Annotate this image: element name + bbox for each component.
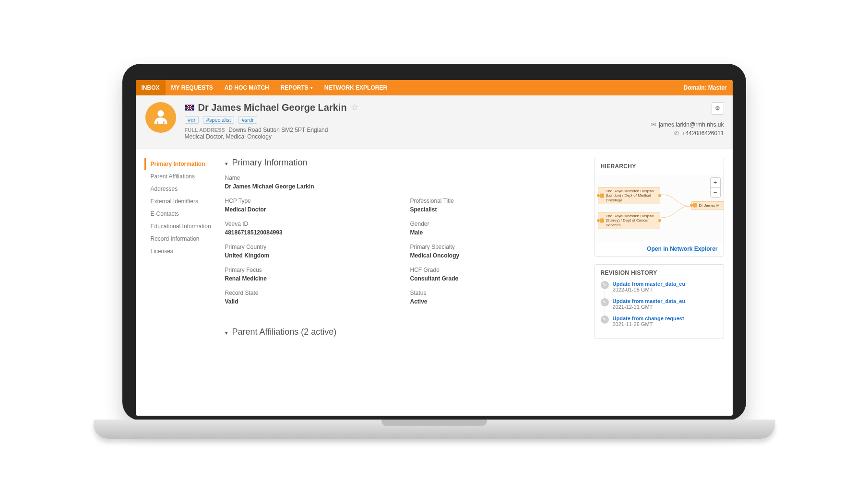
value-status: Active <box>410 298 586 305</box>
label-status: Status <box>410 290 586 296</box>
label-primary-specialty: Primary Specialty <box>410 244 586 250</box>
value-hcp-type: Medical Doctor <box>225 206 401 213</box>
section-primary-title[interactable]: ▾ Primary Information <box>225 158 586 168</box>
section-parent-affiliations-title[interactable]: ▾ Parent Affiliations (2 active) <box>225 327 586 337</box>
zoom-in-button[interactable]: + <box>711 178 720 187</box>
value-gender: Male <box>410 229 586 236</box>
sidenav-parent-affiliations[interactable]: Parent Affiliations <box>146 170 216 183</box>
value-record-state: Valid <box>225 298 401 305</box>
revision-link[interactable]: Update from change request <box>613 315 684 321</box>
revision-edit-icon: ✎ <box>601 315 609 324</box>
hierarchy-node-person[interactable]: Dr James M <box>691 201 724 210</box>
revision-history-title: REVISION HISTORY <box>595 265 724 281</box>
role-line: Medical Doctor, Medical Oncology <box>185 133 724 140</box>
revision-link[interactable]: Update from master_data_eu <box>613 298 686 304</box>
revision-date: 2021-12-11 GMT <box>613 304 686 310</box>
revision-item: ✎ Update from master_data_eu 2021-12-11 … <box>601 298 718 310</box>
sidenav-external-identifiers[interactable]: External Identifiers <box>146 195 216 208</box>
phone-icon: ✆ <box>674 130 679 137</box>
hierarchy-node-2[interactable]: The Royal Marsden Hospital (Surrey) / De… <box>598 212 660 230</box>
revision-item: ✎ Update from master_data_eu 2022-01-08 … <box>601 281 718 292</box>
sidenav-e-contacts[interactable]: E-Contacts <box>146 208 216 220</box>
revision-date: 2022-01-08 GMT <box>613 287 686 292</box>
hierarchy-panel: HIERARCHY + − The Royal Marsden Hospital… <box>595 158 724 257</box>
profile-avatar <box>145 102 176 133</box>
open-network-explorer-link[interactable]: Open in Network Explorer <box>595 242 724 256</box>
value-hcf-grade: Consultant Grade <box>410 275 586 282</box>
settings-button[interactable]: ⚙ <box>712 102 724 115</box>
label-primary-focus: Primary Focus <box>225 267 401 273</box>
side-nav: Primary Information Parent Affiliations … <box>144 158 216 257</box>
value-primary-focus: Renal Medicine <box>225 275 401 282</box>
phone-value: +442086426011 <box>682 130 724 137</box>
email-icon: ✉ <box>651 121 656 128</box>
label-record-state: Record State <box>225 290 401 296</box>
caret-down-icon: ▾ <box>225 330 228 336</box>
value-primary-specialty: Medical Oncology <box>410 252 586 259</box>
nav-my-requests[interactable]: MY REQUESTS <box>166 80 219 95</box>
email-value: james.larkin@rmh.nhs.uk <box>659 121 724 128</box>
value-veeva-id: 481867185120084993 <box>225 229 401 236</box>
nav-adhoc-match[interactable]: AD HOC MATCH <box>219 80 275 95</box>
value-primary-country: United Kingdom <box>225 252 401 259</box>
revision-link[interactable]: Update from master_data_eu <box>613 281 686 287</box>
doctor-icon <box>151 108 170 127</box>
profile-header: Dr James Michael George Larkin ☆ #dr #sp… <box>136 95 733 149</box>
revision-history-panel: REVISION HISTORY ✎ Update from master_da… <box>595 264 724 339</box>
sidenav-licenses[interactable]: Licenses <box>146 245 216 257</box>
hierarchy-node-1[interactable]: The Royal Marsden Hospital (London) / De… <box>598 187 660 205</box>
value-prof-title: Specialist <box>410 206 586 213</box>
label-primary-country: Primary Country <box>225 244 401 250</box>
label-name: Name <box>225 175 586 181</box>
sidenav-addresses[interactable]: Addresses <box>146 183 216 195</box>
gear-icon: ⚙ <box>715 105 720 112</box>
svg-point-0 <box>157 110 164 117</box>
top-nav: INBOX MY REQUESTS AD HOC MATCH REPORTS ▾… <box>136 80 733 95</box>
zoom-out-button[interactable]: − <box>711 187 720 197</box>
tag-srdr[interactable]: #srdr <box>238 116 257 124</box>
tag-specialist[interactable]: #specialist <box>203 116 234 124</box>
value-name: Dr James Michael George Larkin <box>225 183 586 190</box>
chevron-down-icon: ▾ <box>310 85 313 90</box>
full-address-value: Downs Road Sutton SM2 5PT England <box>228 127 328 133</box>
revision-edit-icon: ✎ <box>601 298 609 306</box>
label-veeva-id: Veeva ID <box>225 221 401 227</box>
sidenav-educational-information[interactable]: Educational Information <box>146 220 216 233</box>
domain-label: Domain: Master <box>678 80 732 95</box>
uk-flag-icon <box>185 105 194 111</box>
hierarchy-canvas[interactable]: + − The Royal Marsden Hospital (London) … <box>595 175 724 242</box>
label-prof-title: Professional Title <box>410 198 586 204</box>
tag-dr[interactable]: #dr <box>185 116 199 124</box>
hierarchy-title: HIERARCHY <box>595 158 724 175</box>
caret-down-icon: ▾ <box>225 161 228 166</box>
revision-item: ✎ Update from change request 2021-11-26 … <box>601 315 718 327</box>
label-gender: Gender <box>410 221 586 227</box>
profile-name: Dr James Michael George Larkin <box>198 102 347 113</box>
revision-edit-icon: ✎ <box>601 281 609 289</box>
sidenav-primary-information[interactable]: Primary Information <box>144 158 216 170</box>
nav-reports[interactable]: REPORTS ▾ <box>275 80 319 95</box>
label-hcf-grade: HCF Grade <box>410 267 586 273</box>
full-address-label: FULL ADDRESS <box>185 127 225 133</box>
sidenav-record-information[interactable]: Record Information <box>146 233 216 245</box>
revision-date: 2021-11-26 GMT <box>613 321 684 327</box>
nav-reports-label: REPORTS <box>281 84 309 91</box>
nav-network-explorer[interactable]: NETWORK EXPLORER <box>319 80 393 95</box>
label-hcp-type: HCP Type <box>225 198 401 204</box>
favorite-star-icon[interactable]: ☆ <box>351 102 358 113</box>
nav-inbox[interactable]: INBOX <box>136 80 166 95</box>
